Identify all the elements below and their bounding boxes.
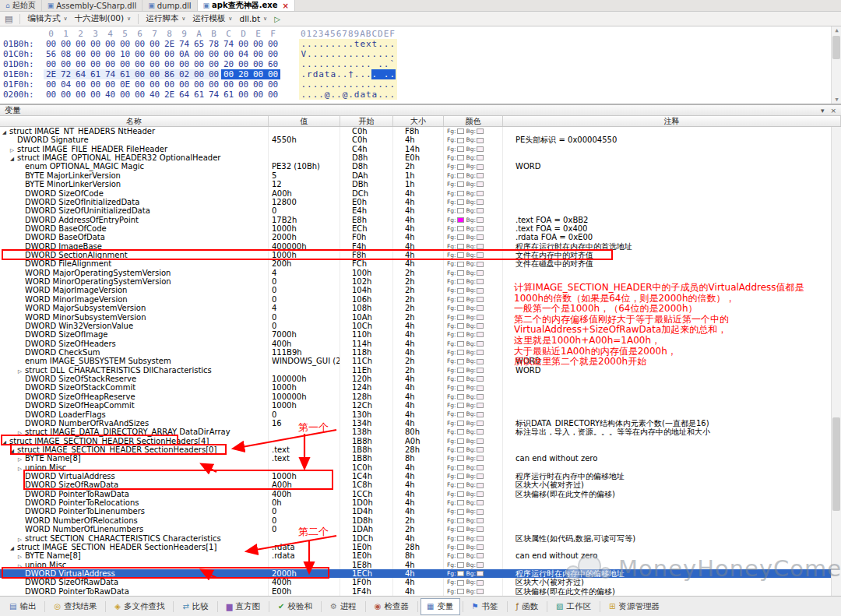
expand-toggle-icon[interactable]: ▷ bbox=[18, 368, 25, 375]
hex-byte[interactable]: 61 bbox=[118, 69, 132, 79]
collapse-toggle-icon[interactable]: ◢ bbox=[10, 544, 17, 551]
hex-byte[interactable]: 00 bbox=[236, 79, 251, 90]
variable-row[interactable]: WORD NumberOfLinenumbers01DAh2hFg:Bg: bbox=[0, 525, 841, 533]
hex-byte[interactable]: 00 bbox=[88, 90, 103, 100]
hex-byte[interactable]: 00 bbox=[251, 49, 266, 59]
hex-byte[interactable]: 00 bbox=[132, 39, 147, 49]
variable-row[interactable]: ◢struct IMAGE_SECTION_HEADER SectionHead… bbox=[0, 437, 841, 445]
hex-byte[interactable]: 74 bbox=[177, 39, 192, 49]
hex-byte[interactable]: 00 bbox=[192, 79, 206, 90]
hex-byte[interactable]: 00 bbox=[221, 79, 236, 90]
variable-row[interactable]: ▷struct IMAGE_FILE_HEADER FileHeaderC4h1… bbox=[0, 145, 841, 153]
hex-ascii[interactable]: .rdata..†.... .. bbox=[299, 69, 397, 79]
hex-byte[interactable]: 00 bbox=[162, 49, 177, 59]
hex-byte[interactable]: 00 bbox=[44, 90, 58, 100]
variable-row[interactable]: DWORD PointerToRawDataE00h1F4h4hFg:Bg:区块… bbox=[0, 587, 841, 596]
variable-row[interactable]: DWORD PointerToRawData400h1CCh4hFg:Bg:区块… bbox=[0, 490, 841, 498]
hex-byte[interactable]: 04 bbox=[236, 49, 251, 59]
hex-byte[interactable]: 2E bbox=[44, 69, 58, 79]
document-tab[interactable]: ▣dump.dll bbox=[143, 0, 197, 11]
hex-byte[interactable]: 00 bbox=[44, 39, 58, 49]
hex-byte[interactable]: 00 bbox=[132, 90, 147, 100]
variable-row[interactable]: DWORD ImageBase400000hF4h4hFg:Bg:程序在运行时在… bbox=[0, 242, 841, 251]
hex-byte[interactable]: 0A bbox=[177, 49, 192, 59]
variable-row[interactable]: ▷BYTE Name[8].text1B8h8hFg:Bg:can end wi… bbox=[0, 454, 841, 463]
hex-byte[interactable]: 00 bbox=[251, 39, 266, 49]
hex-byte[interactable]: 00 bbox=[221, 49, 236, 59]
variable-row[interactable]: DWORD SizeOfUninitializedData0E4h4hFg:Bg… bbox=[0, 206, 841, 215]
hex-ascii[interactable]: ................ bbox=[299, 79, 397, 90]
hex-byte[interactable]: 40 bbox=[103, 90, 118, 100]
variable-row[interactable]: DWORD SizeOfStackReserve100000h120h4hFg:… bbox=[0, 375, 841, 383]
hex-byte[interactable]: 40 bbox=[147, 90, 162, 100]
variable-row[interactable]: DWORD BaseOfData2000hF0h4hFg:Bg:.rdata F… bbox=[0, 233, 841, 241]
collapse-toggle-icon[interactable]: ◢ bbox=[10, 447, 17, 454]
variable-row[interactable]: DWORD SizeOfRawData400h1F0h4hFg:Bg:区块大小(… bbox=[0, 578, 841, 586]
hex-byte[interactable]: 00 bbox=[206, 49, 221, 59]
variable-row[interactable]: DWORD SizeOfInitializedData12800E0h4hFg:… bbox=[0, 198, 841, 206]
edit-mode-dropdown[interactable]: 编辑方式 ∨ bbox=[27, 13, 67, 24]
hex-byte[interactable]: 00 bbox=[206, 69, 221, 79]
hex-byte[interactable]: 00 bbox=[266, 79, 280, 90]
hex-byte[interactable]: 2E bbox=[162, 90, 177, 100]
variable-row[interactable]: DWORD AddressOfEntryPoint17B2hE8h4hFg:Bg… bbox=[0, 216, 841, 224]
variable-row[interactable]: ▷union Misc1C0h4hFg:Bg: bbox=[0, 463, 841, 472]
hex-byte[interactable]: 00 bbox=[132, 49, 147, 59]
hex-byte[interactable]: 00 bbox=[147, 69, 162, 79]
hex-byte[interactable]: 20 bbox=[236, 69, 251, 79]
variable-row[interactable]: WORD MajorSubsystemVersion4108h2hFg:Bg: bbox=[0, 304, 841, 312]
collapse-toggle-icon[interactable]: ◢ bbox=[2, 128, 9, 136]
collapse-toggle-icon[interactable]: ◢ bbox=[10, 155, 17, 162]
hex-byte[interactable]: 65 bbox=[192, 39, 206, 49]
scroll-up-icon[interactable]: ▲ bbox=[832, 27, 841, 33]
hex-byte[interactable]: 00 bbox=[118, 39, 132, 49]
variable-row[interactable]: DWORD PointerToRelocations0h1D0h4hFg:Bg: bbox=[0, 498, 841, 507]
column-header-start[interactable]: 开始 bbox=[340, 116, 393, 126]
hex-byte[interactable]: 00 bbox=[162, 59, 177, 69]
variable-row[interactable]: WORD MajorOperatingSystemVersion4100h2hF… bbox=[0, 269, 841, 277]
hex-scrollbar[interactable]: ▲ ▼ bbox=[831, 26, 841, 104]
variables-scrollbar[interactable] bbox=[831, 127, 841, 596]
variable-row[interactable]: WORD MinorSubsystemVersion010Ah2hFg:Bg: bbox=[0, 313, 841, 322]
hex-byte[interactable]: 00 bbox=[192, 59, 206, 69]
column-header-color[interactable]: 颜色 bbox=[444, 116, 503, 126]
variable-row[interactable]: WORD MinorOperatingSystemVersion0102h2hF… bbox=[0, 277, 841, 286]
hex-byte[interactable]: 00 bbox=[88, 59, 103, 69]
hex-byte[interactable]: 00 bbox=[44, 79, 58, 90]
menu-icon[interactable]: ▤ bbox=[5, 14, 12, 24]
hex-byte[interactable]: 74 bbox=[206, 90, 221, 100]
hex-byte[interactable]: 0E bbox=[118, 79, 132, 90]
expand-toggle-icon[interactable]: ▷ bbox=[10, 146, 17, 153]
expand-toggle-icon[interactable]: ▷ bbox=[18, 553, 25, 560]
hex-byte[interactable]: 61 bbox=[221, 90, 236, 100]
variable-row[interactable]: DWORD SizeOfImage7000h110h4hFg:Bg: bbox=[0, 330, 841, 339]
variable-row[interactable]: BYTE MajorLinkerVersion5DAh1hFg:Bg: bbox=[0, 171, 841, 180]
panel-tab-process[interactable]: ⚙进程 bbox=[324, 598, 363, 615]
run-template-dropdown[interactable]: 运行模板 ∨ bbox=[192, 13, 232, 24]
variable-row[interactable]: ◢struct IMAGE_SECTION_HEADER SectionHead… bbox=[0, 543, 841, 551]
hex-byte[interactable]: 74 bbox=[221, 39, 236, 49]
hex-byte[interactable]: 00 bbox=[88, 49, 103, 59]
column-header-size[interactable]: 大小 bbox=[393, 116, 444, 126]
hex-byte[interactable]: 10 bbox=[118, 49, 132, 59]
panel-tab-search-results[interactable]: ◎查找结果 bbox=[48, 598, 103, 615]
panel-tab-bookmarks[interactable]: ⚑书签 bbox=[466, 598, 505, 615]
hex-byte[interactable]: 00 bbox=[266, 69, 280, 79]
panel-menu-icon[interactable]: ▾ bbox=[821, 107, 825, 114]
hex-byte[interactable]: 00 bbox=[251, 59, 266, 69]
hex-ascii[interactable]: ............ ..` bbox=[299, 59, 397, 69]
variable-row[interactable]: ▷BYTE Name[8].rdata1E0h8hFg:Bg:can end w… bbox=[0, 551, 841, 560]
hex-byte[interactable]: 56 bbox=[44, 49, 58, 59]
hex-byte[interactable]: 00 bbox=[73, 39, 88, 49]
template-file-dropdown[interactable]: dll.bt ∨ bbox=[239, 14, 267, 23]
hex-byte[interactable]: 60 bbox=[266, 59, 280, 69]
variable-row[interactable]: DWORD PointerToLinenumbers01D4h4hFg:Bg: bbox=[0, 507, 841, 516]
expand-toggle-icon[interactable]: ▷ bbox=[18, 536, 25, 543]
scroll-down-icon[interactable]: ▼ bbox=[832, 97, 841, 103]
variable-row[interactable]: DWORD VirtualAddress1000h1C4h4hFg:Bg:程序运… bbox=[0, 472, 841, 480]
hex-byte[interactable]: 00 bbox=[251, 90, 266, 100]
hex-byte[interactable]: 00 bbox=[192, 69, 206, 79]
hex-byte[interactable]: 00 bbox=[192, 49, 206, 59]
hex-ascii[interactable]: ....@..@.data... bbox=[299, 90, 397, 100]
collapse-toggle-icon[interactable]: ◢ bbox=[2, 438, 9, 445]
